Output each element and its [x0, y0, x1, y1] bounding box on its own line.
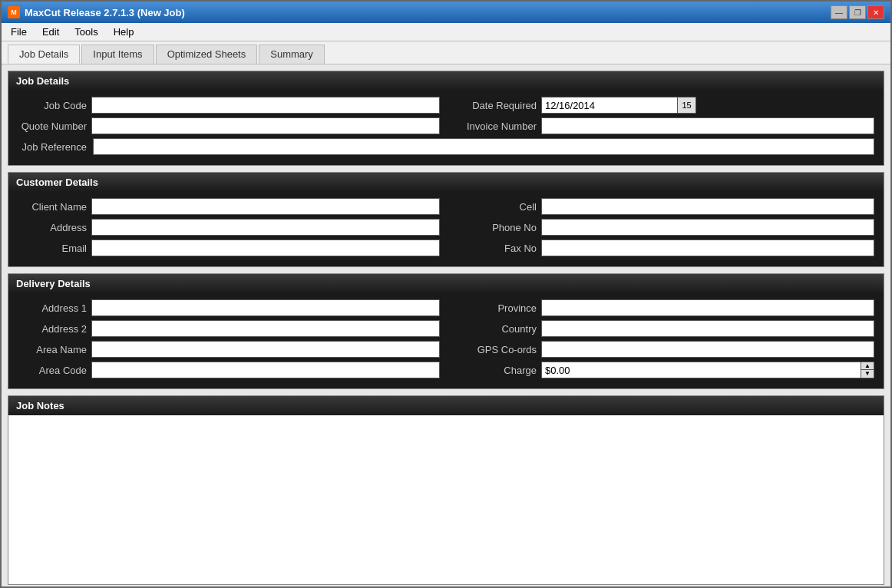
country-label: Country: [452, 323, 537, 335]
job-notes-body: [8, 415, 884, 584]
customer-row3: Email Fax No: [18, 239, 874, 256]
address1-input[interactable]: [91, 299, 440, 316]
minimize-button[interactable]: —: [831, 5, 847, 19]
country-group: Country: [452, 320, 874, 337]
area-name-group: Area Name: [18, 341, 440, 358]
job-details-row1: Job Code Date Required 15: [18, 97, 874, 114]
charge-label: Charge: [452, 365, 537, 376]
job-code-input[interactable]: [91, 97, 440, 114]
menu-file[interactable]: File: [5, 25, 33, 39]
title-controls: — ❐ ✕: [831, 5, 884, 19]
delivery-details-header: Delivery Details: [8, 274, 884, 293]
close-button[interactable]: ✕: [867, 5, 884, 19]
tab-optimized-sheets[interactable]: Optimized Sheets: [156, 45, 258, 64]
area-name-input[interactable]: [91, 341, 440, 358]
client-name-input[interactable]: [91, 198, 440, 215]
client-name-label: Client Name: [18, 201, 87, 213]
address1-label: Address 1: [18, 302, 87, 314]
invoice-number-group: Invoice Number: [452, 117, 874, 134]
gps-coords-group: GPS Co-ords: [452, 341, 874, 358]
main-window: M MaxCut Release 2.7.1.3 (New Job) — ❐ ✕…: [0, 0, 892, 588]
delivery-details-body: Address 1 Province Address 2 Cou: [8, 293, 884, 388]
fax-no-group: Fax No: [452, 239, 874, 256]
window-title: MaxCut Release 2.7.1.3 (New Job): [25, 7, 185, 18]
province-input[interactable]: [541, 299, 874, 316]
delivery-details-section: Delivery Details Address 1 Province: [8, 273, 884, 389]
charge-group: Charge ▲ ▼: [452, 362, 874, 378]
quote-number-input[interactable]: [91, 117, 440, 134]
quote-number-group: Quote Number: [18, 117, 440, 134]
phone-no-input[interactable]: [541, 219, 874, 236]
tab-summary[interactable]: Summary: [259, 45, 325, 64]
tab-job-details[interactable]: Job Details: [8, 45, 80, 64]
cell-input[interactable]: [541, 198, 874, 215]
restore-button[interactable]: ❐: [849, 5, 866, 19]
job-code-group: Job Code: [18, 97, 440, 114]
email-input[interactable]: [91, 239, 440, 256]
title-bar: M MaxCut Release 2.7.1.3 (New Job) — ❐ ✕: [2, 2, 890, 23]
cell-label: Cell: [452, 201, 537, 213]
fax-no-input[interactable]: [541, 239, 874, 256]
province-group: Province: [452, 299, 874, 316]
cell-group: Cell: [452, 198, 874, 215]
charge-spinner: ▲ ▼: [861, 362, 874, 378]
customer-details-section: Customer Details Client Name Cell: [8, 172, 884, 267]
job-details-row2: Quote Number Invoice Number: [18, 117, 874, 134]
menu-help[interactable]: Help: [107, 25, 140, 39]
delivery-row2: Address 2 Country: [18, 320, 874, 337]
menu-bar: File Edit Tools Help: [2, 23, 890, 41]
client-name-group: Client Name: [18, 198, 440, 215]
phone-no-group: Phone No: [452, 219, 874, 236]
province-label: Province: [452, 302, 537, 314]
charge-input[interactable]: [541, 362, 861, 378]
job-notes-header: Job Notes: [8, 396, 884, 415]
area-code-group: Area Code: [18, 362, 440, 378]
invoice-number-input[interactable]: [541, 117, 874, 134]
customer-row2: Address Phone No: [18, 219, 874, 236]
fax-no-label: Fax No: [452, 243, 537, 254]
address-input[interactable]: [91, 219, 440, 236]
job-details-section: Job Details Job Code Date Required 15: [8, 71, 884, 166]
address2-label: Address 2: [18, 323, 87, 335]
country-input[interactable]: [541, 320, 874, 337]
job-notes-textarea[interactable]: [12, 418, 880, 581]
address-group: Address: [18, 219, 440, 236]
job-notes-section: Job Notes: [8, 395, 884, 585]
invoice-number-label: Invoice Number: [452, 121, 537, 132]
job-details-body: Job Code Date Required 15 Quote Numbe: [8, 91, 884, 165]
title-bar-left: M MaxCut Release 2.7.1.3 (New Job): [8, 6, 185, 18]
customer-details-header: Customer Details: [8, 173, 884, 192]
phone-no-label: Phone No: [452, 222, 537, 233]
date-input-wrap: 15: [541, 97, 696, 114]
quote-number-label: Quote Number: [18, 121, 87, 132]
content-area: Job Details Job Code Date Required 15: [2, 64, 890, 586]
menu-tools[interactable]: Tools: [68, 25, 104, 39]
address1-group: Address 1: [18, 299, 440, 316]
charge-spin-down[interactable]: ▼: [861, 370, 874, 378]
tab-input-items[interactable]: Input Items: [81, 45, 154, 64]
charge-spin-up[interactable]: ▲: [861, 362, 874, 370]
area-code-label: Area Code: [18, 365, 87, 376]
area-code-input[interactable]: [91, 362, 440, 378]
area-name-label: Area Name: [18, 344, 87, 355]
email-group: Email: [18, 239, 440, 256]
job-code-label: Job Code: [18, 100, 87, 111]
app-icon: M: [8, 6, 20, 18]
charge-input-wrap: ▲ ▼: [541, 362, 874, 378]
date-required-input[interactable]: [541, 97, 678, 114]
job-reference-input[interactable]: [93, 138, 874, 155]
menu-edit[interactable]: Edit: [36, 25, 65, 39]
date-required-label: Date Required: [452, 100, 537, 111]
address-label: Address: [18, 222, 87, 233]
job-reference-label: Job Reference: [18, 141, 87, 153]
delivery-row1: Address 1 Province: [18, 299, 874, 316]
date-required-group: Date Required 15: [452, 97, 874, 114]
customer-details-body: Client Name Cell Address Phone N: [8, 192, 884, 266]
calendar-button[interactable]: 15: [678, 97, 696, 114]
gps-coords-label: GPS Co-ords: [452, 344, 537, 355]
address2-group: Address 2: [18, 320, 440, 337]
address2-input[interactable]: [91, 320, 440, 337]
job-details-row3: Job Reference: [18, 138, 874, 155]
tab-bar: Job Details Input Items Optimized Sheets…: [2, 41, 890, 64]
gps-coords-input[interactable]: [541, 341, 874, 358]
